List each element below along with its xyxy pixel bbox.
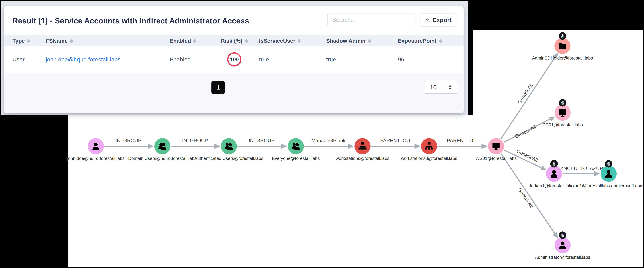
card-header: Result (1) - Service Accounts with Indir… (4, 7, 464, 35)
page-size-value: 10 (430, 84, 436, 91)
sort-icon[interactable] (368, 39, 371, 43)
user-icon (558, 240, 567, 250)
cell-type: User (12, 46, 24, 73)
node-label: Domain Users@hq.rd.forestall.labs (128, 156, 196, 161)
sort-icon[interactable] (245, 39, 248, 43)
cell-fsname-link[interactable]: john.doe@hq.rd.forestall.labs (46, 46, 120, 73)
column-header-isserviceuser[interactable]: IsServiceUser (259, 35, 300, 47)
table-footer: 1 10 (4, 73, 464, 113)
graph-node-administrator[interactable]: ♛ Administrator@forestall.labs (554, 237, 570, 253)
download-icon (424, 17, 430, 23)
graph-node-furkan1[interactable]: ♛ furkan1@forestall.labs (546, 166, 562, 182)
column-header-enabled[interactable]: Enabled (170, 35, 196, 47)
sort-icon[interactable] (70, 39, 73, 43)
node-label: WS01@forestall.labs (476, 156, 517, 161)
edge-label: IN_GROUP (116, 138, 141, 143)
group-icon (224, 142, 234, 151)
column-header-fsname[interactable]: FSName (46, 35, 73, 47)
screenshot-root: IN_GROUP IN_GROUP IN_GROUP ManageGPLink … (0, 0, 644, 268)
graph-node-john-doe[interactable]: john.doe@hq.rd.forestall.labs (88, 138, 104, 154)
ou-sitemap-icon (424, 142, 434, 151)
node-label: workstations3@forestall.labs (401, 156, 457, 161)
column-header-shadow-admin[interactable]: Shadow Admin (326, 35, 371, 47)
search-input[interactable] (327, 14, 416, 26)
computer-icon (558, 108, 567, 117)
node-label: workstations@forestall.labs (336, 156, 389, 161)
crown-icon: ♛ (605, 160, 612, 167)
select-arrows-icon (448, 85, 452, 90)
edge-label: PARENT_OU (380, 138, 410, 143)
results-card: Result (1) - Service Accounts with Indir… (4, 7, 464, 113)
results-page-region: Result (1) - Service Accounts with Indir… (1, 1, 468, 115)
risk-score-ring: 100 (227, 52, 242, 67)
graph-node-workstations3-ou[interactable]: workstations3@forestall.labs (421, 138, 437, 154)
column-header-exposurepoint[interactable]: ExposurePoint (398, 35, 442, 47)
node-label: furkan1@forestalllabs.onmicrosoft.com (567, 183, 644, 188)
edge-label: IN_GROUP (182, 138, 208, 143)
folder-icon (558, 41, 567, 51)
cell-exposurepoint: 96 (398, 46, 404, 73)
user-icon (550, 169, 558, 178)
node-label: john.doe@hq.rd.forestall.labs (67, 156, 124, 161)
export-label: Export (432, 17, 452, 24)
group-icon (158, 142, 167, 151)
edge-label: IN_GROUP (248, 138, 274, 143)
sort-icon[interactable] (193, 39, 196, 43)
node-label: Administrator@forestall.labs (535, 255, 590, 260)
page-title: Result (1) - Service Accounts with Indir… (12, 7, 249, 35)
pagination-page-1-button[interactable]: 1 (212, 81, 225, 94)
crown-icon: ♛ (559, 99, 566, 107)
node-label: DC01@forestall.labs (542, 122, 583, 127)
sort-icon[interactable] (439, 39, 442, 43)
cell-shadow-admin: true (326, 46, 336, 73)
edge-label: SYNCED_TO_AZURE (557, 166, 606, 171)
table-header-row: Type FSName Enabled Risk (%) IsServiceUs… (4, 35, 464, 47)
ou-sitemap-icon (358, 142, 367, 151)
sort-icon[interactable] (27, 39, 30, 43)
edge-label: ManageGPLink (311, 138, 346, 143)
edge-label: PARENT_OU (447, 138, 477, 143)
graph-node-workstations-ou[interactable]: workstations@forestall.labs (354, 138, 370, 154)
cell-isserviceuser: true (259, 46, 269, 73)
graph-node-authenticated-users[interactable]: Authenticated Users@forestall.labs (221, 138, 237, 154)
crown-icon: ♛ (550, 160, 558, 167)
export-button[interactable]: Export (420, 14, 456, 27)
sort-icon[interactable] (298, 39, 300, 43)
page-size-select[interactable]: 10 (424, 81, 458, 94)
crown-icon: ♛ (559, 32, 566, 40)
graph-node-dc01[interactable]: ♛ DC01@forestall.labs (554, 105, 570, 121)
crown-icon: ♛ (559, 231, 566, 239)
user-icon (604, 169, 613, 178)
user-icon (91, 142, 100, 151)
column-header-type[interactable]: Type (12, 35, 30, 47)
graph-node-ws01[interactable]: WS01@forestall.labs (488, 138, 504, 154)
graph-node-domain-users[interactable]: Domain Users@hq.rd.forestall.labs (154, 138, 170, 154)
table-row[interactable]: User john.doe@hq.rd.forestall.labs Enabl… (4, 46, 464, 73)
node-label: Authenticated Users@forestall.labs (194, 156, 263, 161)
node-label: Everyone@forestall.labs (272, 156, 320, 161)
graph-node-furkan1-azure[interactable]: ♛ furkan1@forestalllabs.onmicrosoft.com (600, 166, 616, 182)
computer-icon (492, 142, 500, 151)
group-icon (291, 142, 300, 151)
graph-node-everyone[interactable]: Everyone@forestall.labs (288, 138, 304, 154)
node-label: AdminSDHolder@forestall.labs (532, 56, 593, 61)
cell-enabled: Enabled (170, 46, 191, 73)
column-header-risk[interactable]: Risk (%) (221, 35, 248, 47)
graph-node-adminsdholder[interactable]: ♛ AdminSDHolder@forestall.labs (554, 38, 570, 54)
